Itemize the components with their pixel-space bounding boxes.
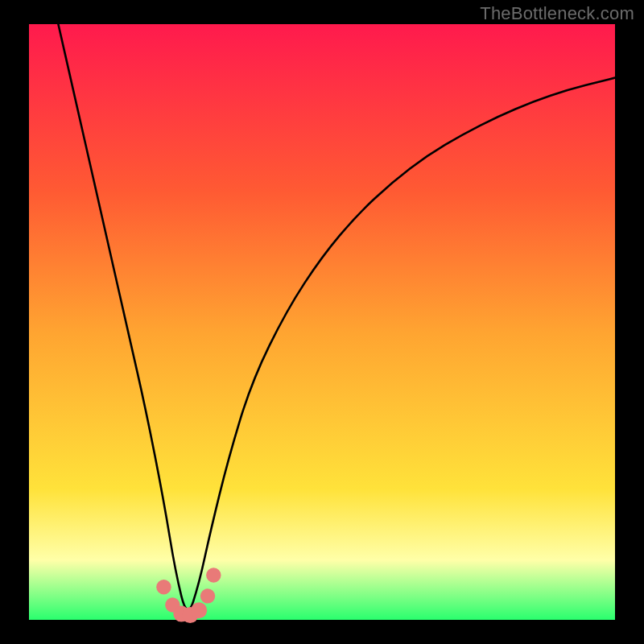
chart-frame: TheBottleneck.com bbox=[0, 0, 644, 644]
plot-background bbox=[29, 24, 615, 620]
bottleneck-chart bbox=[0, 0, 644, 644]
marker-dot bbox=[191, 602, 207, 618]
marker-dot bbox=[156, 580, 171, 594]
watermark-text: TheBottleneck.com bbox=[480, 3, 634, 24]
marker-dot bbox=[206, 568, 221, 582]
marker-dot bbox=[200, 588, 215, 603]
